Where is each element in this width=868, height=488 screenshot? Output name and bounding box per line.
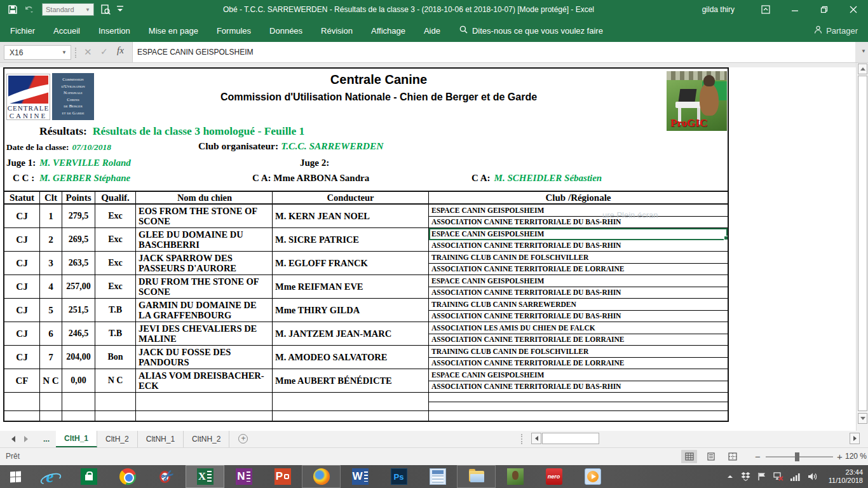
empty-cell[interactable] <box>136 411 273 421</box>
start-button[interactable] <box>0 465 31 488</box>
name-box-resizer[interactable] <box>75 48 77 58</box>
cell-nom-du-chien[interactable]: JACK SPARROW DES PASSEURS D'AURORE <box>136 252 273 274</box>
undo-icon[interactable] <box>24 5 36 14</box>
cell-conducteur[interactable]: M. KERN JEAN NOEL <box>273 205 429 227</box>
cell-qualif[interactable]: N C <box>95 369 136 392</box>
action-center-flag-icon[interactable] <box>757 472 766 481</box>
cell-club[interactable]: ESPACE CANIN GEISPOLSHEIM <box>429 205 728 217</box>
previous-sheet-icon[interactable] <box>11 436 15 442</box>
hscroll-right-icon[interactable] <box>850 433 860 444</box>
ribbon-tab-aide[interactable]: Aide <box>424 26 440 36</box>
zoom-slider-thumb[interactable] <box>795 452 799 461</box>
ribbon-tab-formules[interactable]: Formules <box>217 26 251 36</box>
cell-conducteur[interactable]: Mme AUBERT BÉNÉDICTE <box>273 369 429 392</box>
cancel-icon[interactable]: ✕ <box>84 46 92 58</box>
cell-qualif[interactable]: Exc <box>95 205 136 227</box>
empty-cell[interactable] <box>4 411 40 421</box>
sheet-tab-cltnh_2[interactable]: CltNH_2 <box>184 431 229 447</box>
cell-club[interactable]: TRAINING CLUB CANIN DE FOLSCHVILLER <box>429 346 728 358</box>
taskbar-internet-explorer-icon[interactable]: e <box>31 465 69 488</box>
sheet-tab-cltnh_1[interactable]: CltNH_1 <box>138 431 184 447</box>
ribbon-tab-affichage[interactable]: Affichage <box>371 26 405 36</box>
taskbar-snipping-tool-icon[interactable]: ✂ <box>147 465 186 488</box>
minimize-button[interactable] <box>780 0 810 19</box>
dropbox-icon[interactable] <box>741 472 750 481</box>
taskbar-clock[interactable]: 23:44 11/10/2018 <box>829 468 863 485</box>
taskbar-calculator-icon[interactable] <box>418 465 457 488</box>
cell-clt[interactable]: 6 <box>40 322 62 345</box>
cell-regionale[interactable]: ASSOCIATION CANINE TERRITORIALE DE LORRA… <box>429 334 728 346</box>
taskbar-excel-icon[interactable]: X <box>186 465 224 488</box>
taskbar-powerpoint-icon[interactable]: P <box>263 465 302 488</box>
cell-regionale[interactable]: ASSOCIATION CANINE TERRITORIALE DE LORRA… <box>429 264 728 275</box>
cell-qualif[interactable]: Bon <box>95 346 136 369</box>
empty-cell[interactable] <box>429 411 728 421</box>
empty-cell[interactable] <box>95 393 136 410</box>
cell-statut[interactable]: CJ <box>4 275 40 298</box>
cell-clt[interactable]: 2 <box>40 228 62 251</box>
print-preview-icon[interactable] <box>100 4 111 15</box>
cc-value[interactable]: M. GERBER Stéphane <box>39 173 130 183</box>
empty-cell[interactable] <box>40 411 62 421</box>
cell-points[interactable]: 246,5 <box>62 322 95 345</box>
vertical-scroll-thumb[interactable] <box>858 76 867 411</box>
cell-club[interactable]: TRAINING CLUB CANIN SARREWERDEN <box>429 299 728 311</box>
cell-points[interactable]: 269,5 <box>62 228 95 251</box>
tray-expand-icon[interactable] <box>726 473 734 480</box>
organizer-value[interactable]: T.C.C. SARREWERDEN <box>281 140 383 151</box>
taskbar-firefox-icon[interactable] <box>302 465 341 488</box>
account-user-name[interactable]: gilda thiry <box>702 5 735 14</box>
cell-conducteur[interactable]: M. EGLOFF FRANCK <box>273 252 429 274</box>
cell-qualif[interactable]: Exc <box>95 228 136 251</box>
restore-button[interactable] <box>810 0 839 19</box>
empty-cell[interactable] <box>62 411 95 421</box>
ca2-value[interactable]: M. SCHEIDLER Sébastien <box>494 173 602 183</box>
save-icon[interactable] <box>8 4 18 15</box>
cell-conducteur[interactable]: Mme REIFMAN EVE <box>273 275 429 298</box>
taskbar-nero-icon[interactable]: nero <box>534 465 573 488</box>
sheet-tab-clth_2[interactable]: CltH_2 <box>97 431 138 447</box>
taskbar-file-explorer-icon[interactable] <box>457 465 496 488</box>
empty-cell[interactable] <box>62 393 95 410</box>
empty-cell[interactable] <box>40 393 62 410</box>
empty-cell[interactable] <box>136 393 273 410</box>
cell-nom-du-chien[interactable]: GARMIN DU DOMAINE DE LA GRAFFENBOURG <box>136 299 273 322</box>
style-combo[interactable]: Standard▼ <box>42 3 94 16</box>
cell-clt[interactable]: N C <box>40 369 62 392</box>
cell-clt[interactable]: 7 <box>40 346 62 369</box>
cell-statut[interactable]: CJ <box>4 205 40 227</box>
network-disconnected-icon[interactable] <box>773 472 783 481</box>
normal-view-icon[interactable] <box>681 450 697 463</box>
cell-points[interactable]: 204,00 <box>62 346 95 369</box>
taskbar-photoshop-icon[interactable]: Ps <box>379 465 418 488</box>
cell-nom-du-chien[interactable]: ALIAS VOM DREISBACHER-ECK <box>136 369 273 392</box>
cell-statut[interactable]: CJ <box>4 346 40 369</box>
next-sheet-icon[interactable] <box>24 436 28 442</box>
hscroll-left-icon[interactable] <box>531 433 541 444</box>
cell-regionale[interactable]: ASSOCIATION CANINE TERRITORIALE DU BAS-R… <box>429 287 728 299</box>
zoom-out-icon[interactable]: − <box>755 451 761 462</box>
cell-conducteur[interactable]: M. JANTZEM JEAN-MARC <box>273 322 429 345</box>
page-layout-view-icon[interactable] <box>703 450 719 463</box>
ribbon-tab-fichier[interactable]: Fichier <box>10 26 35 36</box>
cell-statut[interactable]: CF <box>4 369 40 392</box>
ribbon-tab-insertion[interactable]: Insertion <box>98 26 130 36</box>
empty-cell[interactable] <box>429 402 728 411</box>
cell-regionale[interactable]: ASSOCIATION CANINE TERRITORIALE DU BAS-R… <box>429 240 728 252</box>
cell-clt[interactable]: 4 <box>40 275 62 298</box>
cell-qualif[interactable]: Exc <box>95 252 136 274</box>
taskbar-progic-icon[interactable] <box>496 465 534 488</box>
insert-function-icon[interactable]: fx <box>117 45 124 56</box>
zoom-slider-track[interactable] <box>766 456 833 458</box>
cell-club[interactable]: TRAINING CLUB CANIN DE FOLSCHVILLER <box>429 252 728 264</box>
cell-nom-du-chien[interactable]: DRU FROM THE STONE OF SCONE <box>136 275 273 298</box>
tell-me-search[interactable]: Dites-nous ce que vous voulez faire <box>459 25 603 36</box>
cell-points[interactable]: 257,00 <box>62 275 95 298</box>
cell-points[interactable]: 0,00 <box>62 369 95 392</box>
scroll-up-icon[interactable] <box>858 64 867 74</box>
page-break-view-icon[interactable] <box>724 450 740 463</box>
cell-regionale[interactable]: ASSOCIATION CANINE TERRITORIALE DU BAS-R… <box>429 381 728 393</box>
ribbon-tab-mise-en-page[interactable]: Mise en page <box>149 26 198 36</box>
sheet-overflow-tab[interactable]: ... <box>37 431 56 447</box>
cell-nom-du-chien[interactable]: JEVI DES CHEVALIERS DE MALINE <box>136 322 273 345</box>
